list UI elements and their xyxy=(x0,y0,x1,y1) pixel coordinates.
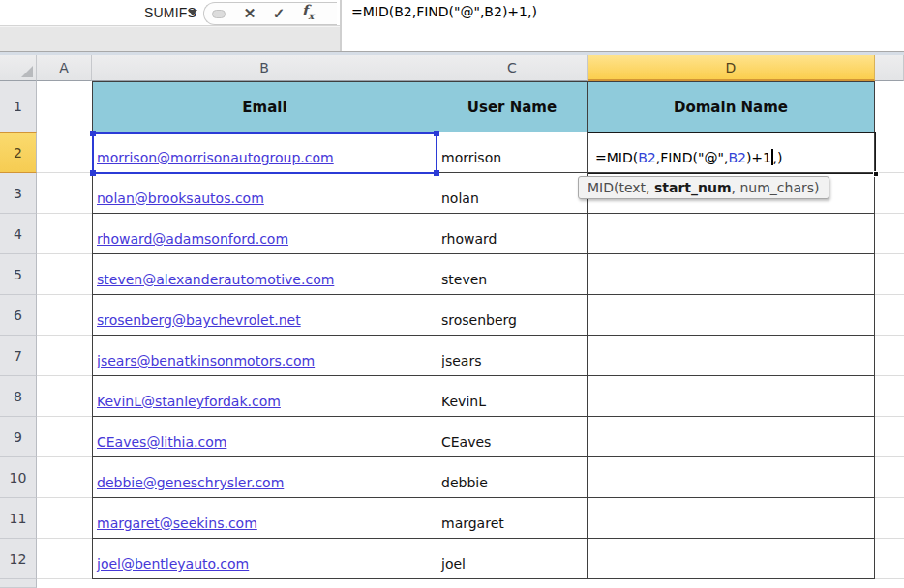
cell-sliver[interactable] xyxy=(875,376,904,417)
cell-b9-email[interactable]: CEaves@lithia.com xyxy=(92,417,437,457)
select-all-corner[interactable] xyxy=(0,55,37,81)
cell-c11-username[interactable]: margaret xyxy=(437,498,588,539)
enter-icon[interactable]: ✓ xyxy=(264,3,293,24)
cell-d5[interactable] xyxy=(588,254,875,295)
cell-a3[interactable] xyxy=(37,173,92,214)
row-header-5[interactable]: 5 xyxy=(0,254,37,295)
cell-c1-username-header[interactable]: User Name xyxy=(437,81,588,132)
cell-d1-domain-header[interactable]: Domain Name xyxy=(588,81,875,132)
column-header-c[interactable]: C xyxy=(437,55,588,81)
column-header-a[interactable]: A xyxy=(37,55,92,81)
table-row: 2morrison@morrisonautogroup.commorrison=… xyxy=(0,132,904,173)
cell-sliver[interactable] xyxy=(875,539,904,579)
cell-sliver[interactable] xyxy=(875,254,904,295)
table-row: 5steven@alexanderautomotive.comsteven xyxy=(0,254,904,295)
cell-b2-email[interactable]: morrison@morrisonautogroup.com xyxy=(92,132,437,173)
cell-b10-email[interactable]: debbie@geneschrysler.com xyxy=(92,457,437,498)
email-hyperlink[interactable]: CEaves@lithia.com xyxy=(97,434,226,450)
cell-b7-email[interactable]: jsears@benatkinsonmotors.com xyxy=(92,336,437,376)
email-hyperlink[interactable]: debbie@geneschrysler.com xyxy=(97,475,284,490)
cell-a7[interactable] xyxy=(37,336,92,376)
cell-c9-username[interactable]: CEaves xyxy=(437,417,588,457)
formula-input[interactable]: =MID(B2,FIND("@",B2)+1,) xyxy=(342,0,904,51)
cell-sliver[interactable] xyxy=(875,498,904,539)
cell-a2[interactable] xyxy=(37,132,92,173)
cell-a10[interactable] xyxy=(37,457,92,498)
email-hyperlink[interactable]: joel@bentleyauto.com xyxy=(97,556,249,572)
cell-b1-email-header[interactable]: Email xyxy=(92,81,437,132)
cell-a13 xyxy=(37,579,92,588)
row-header-11[interactable]: 11 xyxy=(0,498,37,539)
row-header-2[interactable]: 2 xyxy=(0,132,37,173)
cell-c5-username[interactable]: steven xyxy=(437,254,588,295)
cell-c3-username[interactable]: nolan xyxy=(437,173,588,214)
cell-c6-username[interactable]: srosenberg xyxy=(437,295,588,336)
cell-c4-username[interactable]: rhoward xyxy=(437,214,588,254)
cell-b3-email[interactable]: nolan@brooksautos.com xyxy=(92,173,437,214)
column-header-sliver[interactable] xyxy=(875,55,904,81)
cell-d10[interactable] xyxy=(588,457,875,498)
cell-d12[interactable] xyxy=(588,539,875,579)
cell-b8-email[interactable]: KevinL@stanleyfordak.com xyxy=(92,376,437,417)
cell-b4-email[interactable]: rhoward@adamsonford.com xyxy=(92,214,437,254)
cell-sliver[interactable] xyxy=(875,81,904,132)
email-hyperlink[interactable]: morrison@morrisonautogroup.com xyxy=(97,150,334,165)
name-box-dropdown-icon[interactable] xyxy=(188,10,197,15)
row-header-4[interactable]: 4 xyxy=(0,214,37,254)
spreadsheet-grid: A B C D 1 Email User Name Domain Name 2m… xyxy=(0,55,904,588)
email-hyperlink[interactable]: steven@alexanderautomotive.com xyxy=(97,272,334,287)
cell-c8-username[interactable]: KevinL xyxy=(437,376,588,417)
cell-a4[interactable] xyxy=(37,214,92,254)
cell-c2-username[interactable]: morrison xyxy=(437,132,588,173)
row-header-12[interactable]: 12 xyxy=(0,539,37,579)
row-header-10[interactable]: 10 xyxy=(0,457,37,498)
cancel-icon[interactable]: ✕ xyxy=(235,3,264,24)
row-header-3[interactable]: 3 xyxy=(0,173,37,214)
cell-b5-email[interactable]: steven@alexanderautomotive.com xyxy=(92,254,437,295)
cell-b11-email[interactable]: margaret@seekins.com xyxy=(92,498,437,539)
email-hyperlink[interactable]: KevinL@stanleyfordak.com xyxy=(97,394,281,409)
cell-a6[interactable] xyxy=(37,295,92,336)
cell-d8[interactable] xyxy=(588,376,875,417)
cell-c7-username[interactable]: jsears xyxy=(437,336,588,376)
email-hyperlink[interactable]: jsears@benatkinsonmotors.com xyxy=(97,353,315,368)
email-hyperlink[interactable]: nolan@brooksautos.com xyxy=(97,191,264,206)
cell-sliver[interactable] xyxy=(875,417,904,457)
row-header-8[interactable]: 8 xyxy=(0,376,37,417)
row-header-6[interactable]: 6 xyxy=(0,295,37,336)
cell-sliver[interactable] xyxy=(875,336,904,376)
insert-function-icon[interactable]: fx xyxy=(293,0,322,27)
cell-d9[interactable] xyxy=(588,417,875,457)
cell-d6[interactable] xyxy=(588,295,875,336)
cell-d4[interactable] xyxy=(588,214,875,254)
email-hyperlink[interactable]: srosenberg@baychevrolet.net xyxy=(97,312,301,328)
row-header-13[interactable] xyxy=(0,579,37,588)
cell-b12-email[interactable]: joel@bentleyauto.com xyxy=(92,539,437,579)
row-header-1[interactable]: 1 xyxy=(0,81,37,132)
cell-sliver[interactable] xyxy=(875,214,904,254)
cell-c12-username[interactable]: joel xyxy=(437,539,588,579)
cell-a8[interactable] xyxy=(37,376,92,417)
email-hyperlink[interactable]: margaret@seekins.com xyxy=(97,515,257,531)
row-header-7[interactable]: 7 xyxy=(0,336,37,376)
email-hyperlink[interactable]: rhoward@adamsonford.com xyxy=(97,231,288,247)
cell-sliver[interactable] xyxy=(875,295,904,336)
cell-d11[interactable] xyxy=(588,498,875,539)
table-title-row: 1 Email User Name Domain Name xyxy=(0,81,904,132)
cell-d7[interactable] xyxy=(588,336,875,376)
cell-sliver[interactable] xyxy=(875,457,904,498)
column-header-d[interactable]: D xyxy=(588,55,875,81)
cell-a9[interactable] xyxy=(37,417,92,457)
cell-a11[interactable] xyxy=(37,498,92,539)
cell-a5[interactable] xyxy=(37,254,92,295)
column-header-b[interactable]: B xyxy=(92,55,437,81)
cell-c10-username[interactable]: debbie xyxy=(437,457,588,498)
table-row: 11margaret@seekins.commargaret xyxy=(0,498,904,539)
cell-a12[interactable] xyxy=(37,539,92,579)
cell-a1[interactable] xyxy=(37,81,92,132)
cell-d2-formula[interactable]: =MID(B2,FIND("@",B2)+1,) xyxy=(588,132,875,173)
cell-sliver[interactable] xyxy=(875,132,904,173)
cell-sliver[interactable] xyxy=(875,173,904,214)
row-header-9[interactable]: 9 xyxy=(0,417,37,457)
cell-b6-email[interactable]: srosenberg@baychevrolet.net xyxy=(92,295,437,336)
